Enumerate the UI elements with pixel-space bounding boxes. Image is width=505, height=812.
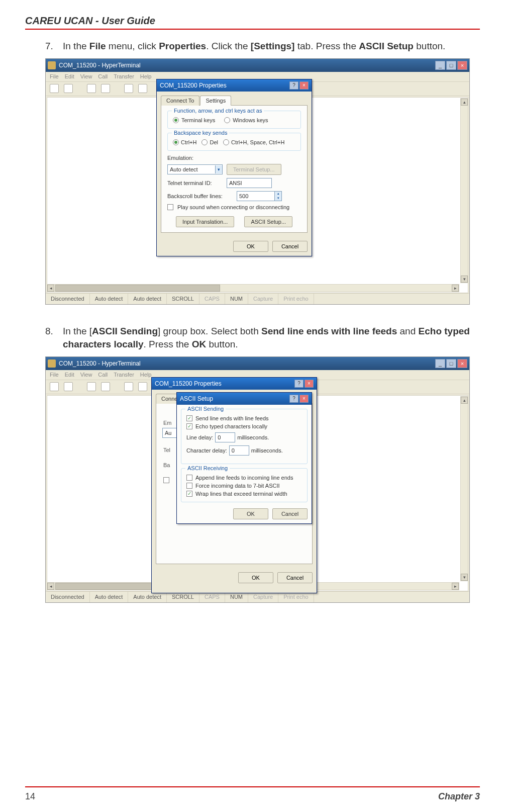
t: . Click the: [206, 41, 251, 51]
connect-icon[interactable]: [87, 382, 96, 391]
emulation-select[interactable]: Auto detect ▾: [167, 164, 223, 174]
disconnect-icon[interactable]: [101, 84, 110, 93]
tab-connect-to[interactable]: Connect To: [161, 96, 199, 106]
send-line-ends-checkbox[interactable]: [186, 415, 192, 421]
dialog-close-button[interactable]: ×: [305, 380, 314, 388]
wrap-lines-label: Wrap lines that exceed terminal width: [195, 491, 287, 497]
maximize-button[interactable]: □: [446, 61, 456, 70]
new-icon[interactable]: [50, 84, 59, 93]
input-translation-button[interactable]: Input Translation...: [176, 216, 235, 227]
ctrlh-space-radio[interactable]: [223, 139, 229, 145]
cancel-button[interactable]: Cancel: [272, 241, 308, 252]
scroll-left-icon[interactable]: ◂: [47, 583, 54, 590]
footer-rule: [25, 786, 480, 787]
send-icon[interactable]: [124, 382, 133, 391]
status-num: NUM: [225, 592, 248, 602]
menu-help[interactable]: Help: [140, 73, 152, 79]
open-icon[interactable]: [64, 382, 73, 391]
ctrlh-radio[interactable]: [173, 139, 179, 145]
help-button[interactable]: ?: [289, 395, 298, 403]
scroll-thumb[interactable]: [55, 285, 220, 292]
append-lf-checkbox[interactable]: [186, 475, 192, 481]
terminal-keys-radio[interactable]: [173, 117, 179, 123]
ok-button[interactable]: OK: [233, 508, 268, 519]
menu-edit[interactable]: Edit: [65, 73, 74, 79]
append-lf-label: Append line feeds to incoming line ends: [195, 475, 293, 481]
dialog-close-button[interactable]: ×: [299, 81, 309, 89]
t: menu, click: [106, 41, 159, 51]
titlebar: COM_115200 - HyperTerminal _ □ ×: [46, 357, 469, 370]
scrollbar-vertical[interactable]: ▴ ▾: [460, 396, 468, 581]
menu-view[interactable]: View: [80, 372, 92, 378]
scroll-left-icon[interactable]: ◂: [47, 285, 54, 292]
menu-view[interactable]: View: [80, 73, 92, 79]
dialog-titlebar: COM_115200 Properties ? ×: [152, 378, 317, 390]
open-icon[interactable]: [64, 84, 73, 93]
connect-icon[interactable]: [87, 84, 96, 93]
receive-icon[interactable]: [138, 382, 147, 391]
cancel-button[interactable]: Cancel: [277, 572, 313, 583]
cancel-button[interactable]: Cancel: [272, 508, 308, 519]
scroll-right-icon[interactable]: ▸: [452, 583, 459, 590]
ascii-setup-button[interactable]: ASCII Setup...: [244, 216, 292, 227]
tab-settings[interactable]: Settings: [200, 96, 231, 106]
maximize-button[interactable]: □: [446, 359, 456, 368]
checkbox-partial: [163, 477, 169, 483]
menu-call[interactable]: Call: [98, 372, 108, 378]
new-icon[interactable]: [50, 382, 59, 391]
ok-button[interactable]: OK: [233, 241, 268, 252]
menu-transfer[interactable]: Transfer: [114, 372, 134, 378]
menu-help[interactable]: Help: [140, 372, 152, 378]
statusbar: Disconnected Auto detect Auto detect SCR…: [46, 293, 469, 304]
telnet-id-label: Telnet terminal ID:: [167, 180, 223, 186]
step-number: 8.: [45, 325, 63, 351]
chevron-down-icon: ▾: [215, 165, 222, 173]
dialog-close-button[interactable]: ×: [299, 395, 309, 403]
receive-icon[interactable]: [138, 84, 147, 93]
telnet-id-input[interactable]: ANSI: [227, 178, 272, 188]
status-capture: Capture: [248, 592, 278, 602]
del-radio[interactable]: [201, 139, 208, 145]
echo-typed-checkbox[interactable]: [186, 423, 192, 429]
force-7bit-checkbox[interactable]: [186, 483, 192, 489]
play-sound-checkbox[interactable]: [167, 204, 173, 210]
terminal-setup-button: Terminal Setup...: [227, 164, 281, 175]
group-legend: Backspace key sends: [172, 130, 229, 136]
menu-edit[interactable]: Edit: [65, 372, 74, 378]
help-button[interactable]: ?: [289, 81, 298, 89]
menu-transfer[interactable]: Transfer: [114, 73, 134, 79]
scroll-up-icon[interactable]: ▴: [461, 99, 468, 106]
ok-button[interactable]: OK: [238, 572, 273, 583]
menu-file[interactable]: File: [50, 73, 59, 79]
scroll-down-icon[interactable]: ▾: [461, 276, 468, 283]
scroll-right-icon[interactable]: ▸: [452, 285, 459, 292]
spin-up-icon[interactable]: ▴: [275, 192, 281, 196]
disconnect-icon[interactable]: [101, 382, 110, 391]
status-scroll: SCROLL: [167, 294, 199, 304]
backscroll-input[interactable]: 500 ▴▾: [237, 191, 282, 201]
scroll-up-icon[interactable]: ▴: [461, 397, 468, 404]
menu-call[interactable]: Call: [98, 73, 108, 79]
line-delay-input[interactable]: 0: [215, 432, 235, 442]
ctrlh-label: Ctrl+H: [181, 139, 196, 145]
minimize-button[interactable]: _: [435, 359, 445, 368]
close-button[interactable]: ×: [457, 359, 467, 368]
telnet-id-value: ANSI: [229, 180, 242, 186]
dialog-title: COM_115200 Properties: [160, 82, 227, 89]
window-title: COM_115200 - HyperTerminal: [59, 62, 141, 69]
scrollbar-horizontal[interactable]: ◂ ▸: [47, 284, 459, 292]
menu-file[interactable]: File: [50, 372, 59, 378]
status-connection: Disconnected: [46, 592, 90, 602]
send-icon[interactable]: [124, 84, 133, 93]
t: ASCII Sending: [92, 326, 158, 336]
spin-down-icon[interactable]: ▾: [275, 196, 281, 201]
minimize-button[interactable]: _: [435, 61, 445, 70]
windows-keys-radio[interactable]: [224, 117, 230, 123]
close-button[interactable]: ×: [457, 61, 467, 70]
terminal-keys-label: Terminal keys: [181, 117, 215, 123]
help-button[interactable]: ?: [294, 380, 304, 388]
scroll-down-icon[interactable]: ▾: [461, 574, 468, 581]
wrap-lines-checkbox[interactable]: [186, 491, 192, 497]
scrollbar-vertical[interactable]: ▴ ▾: [460, 98, 468, 283]
char-delay-input[interactable]: 0: [229, 445, 249, 456]
